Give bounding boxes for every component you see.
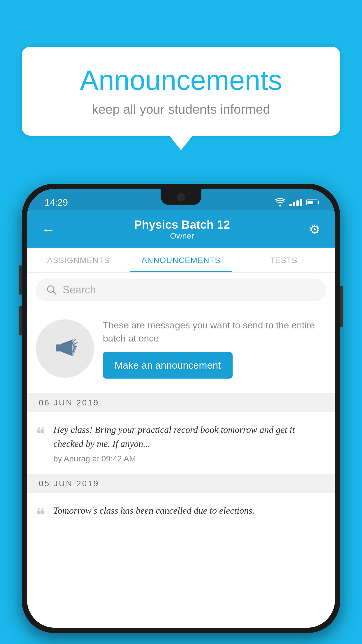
speech-bubble-section: Announcements keep all your students inf… bbox=[22, 47, 340, 150]
svg-line-6 bbox=[75, 343, 77, 343]
announcement-text-group-2: Tomorrow's class has been cancelled due … bbox=[53, 503, 326, 524]
svg-rect-4 bbox=[56, 344, 61, 351]
phone-camera bbox=[177, 193, 185, 201]
make-announcement-button[interactable]: Make an announcement bbox=[103, 352, 233, 379]
phone-mockup: 14:29 bbox=[22, 184, 340, 633]
search-input-wrap[interactable]: Search bbox=[36, 279, 326, 301]
announcement-promo: These are messages you want to send to t… bbox=[27, 307, 335, 393]
bubble-subtitle: keep all your students informed bbox=[45, 102, 317, 117]
quote-icon-1: ❝ bbox=[36, 423, 45, 463]
svg-line-7 bbox=[75, 346, 77, 346]
settings-button[interactable]: ⚙ bbox=[309, 222, 320, 237]
search-bar-container: Search bbox=[27, 273, 335, 307]
speech-bubble-tail bbox=[169, 136, 193, 150]
phone-btn-power bbox=[340, 286, 343, 327]
promo-content: These are messages you want to send to t… bbox=[103, 319, 326, 379]
content-area: Search bbox=[27, 273, 335, 628]
phone-btn-volume-down bbox=[19, 306, 22, 335]
megaphone-icon bbox=[50, 334, 80, 363]
batch-subtitle: Owner bbox=[134, 231, 230, 241]
status-icons bbox=[275, 198, 317, 206]
search-icon bbox=[46, 285, 57, 295]
tab-announcements[interactable]: ANNOUNCEMENTS bbox=[130, 248, 232, 272]
bubble-title: Announcements bbox=[45, 64, 317, 96]
date-divider-1: 06 JUN 2019 bbox=[27, 393, 335, 412]
quote-icon-2: ❝ bbox=[36, 503, 45, 524]
phone-container: 14:29 bbox=[22, 184, 340, 644]
announcement-text-2: Tomorrow's class has been cancelled due … bbox=[53, 503, 326, 517]
svg-point-0 bbox=[279, 205, 281, 206]
signal-bars-icon bbox=[289, 199, 302, 206]
announcement-text-group-1: Hey class! Bring your practical record b… bbox=[53, 423, 326, 463]
promo-description: These are messages you want to send to t… bbox=[103, 319, 326, 345]
header-title-group: Physics Batch 12 Owner bbox=[134, 218, 230, 241]
status-time: 14:29 bbox=[45, 197, 68, 208]
app-header: ← Physics Batch 12 Owner ⚙ bbox=[27, 210, 335, 248]
announcement-text-1: Hey class! Bring your practical record b… bbox=[53, 423, 326, 451]
tab-tests[interactable]: TESTS bbox=[232, 248, 335, 272]
svg-marker-3 bbox=[61, 340, 72, 356]
promo-icon-circle bbox=[36, 319, 94, 378]
tab-bar: ASSIGNMENTS ANNOUNCEMENTS TESTS bbox=[27, 248, 335, 273]
back-button[interactable]: ← bbox=[42, 222, 55, 237]
tab-assignments[interactable]: ASSIGNMENTS bbox=[27, 248, 130, 272]
batch-title: Physics Batch 12 bbox=[134, 218, 230, 231]
svg-line-2 bbox=[53, 291, 56, 294]
announcement-meta-1: by Anurag at 09:42 AM bbox=[53, 454, 326, 463]
phone-notch bbox=[161, 189, 201, 205]
svg-line-5 bbox=[74, 339, 75, 340]
wifi-icon bbox=[275, 198, 285, 206]
announcement-item-1: ❝ Hey class! Bring your practical record… bbox=[27, 412, 335, 474]
battery-icon bbox=[306, 200, 317, 205]
phone-screen: 14:29 bbox=[27, 189, 335, 628]
phone-btn-volume-up bbox=[19, 265, 22, 295]
search-placeholder: Search bbox=[63, 284, 96, 296]
announcement-item-2: ❝ Tomorrow's class has been cancelled du… bbox=[27, 493, 335, 534]
date-divider-2: 05 JUN 2019 bbox=[27, 474, 335, 493]
speech-bubble: Announcements keep all your students inf… bbox=[22, 47, 340, 136]
